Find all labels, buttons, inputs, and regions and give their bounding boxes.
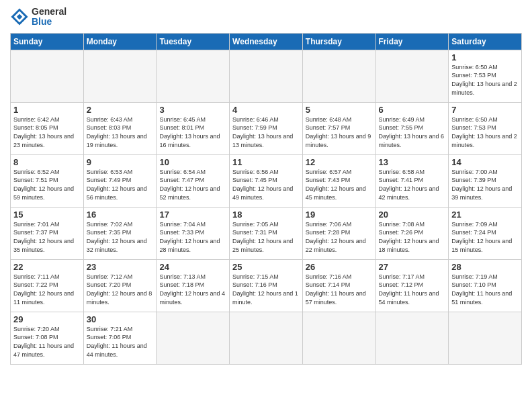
calendar-cell: 20Sunrise: 7:08 AMSunset: 7:26 PMDayligh… xyxy=(375,207,449,259)
col-header-wednesday: Wednesday xyxy=(230,33,303,50)
week-row-0: 1Sunrise: 6:50 AMSunset: 7:53 PMDaylight… xyxy=(11,50,522,102)
col-header-sunday: Sunday xyxy=(11,33,84,50)
logo-icon xyxy=(10,7,29,26)
header: General Blue xyxy=(10,7,522,28)
calendar-cell: 5Sunrise: 6:48 AMSunset: 7:57 PMDaylight… xyxy=(302,102,375,154)
page-container: General Blue SundayMondayTuesdayWednesda… xyxy=(0,0,532,371)
calendar-cell xyxy=(375,312,449,364)
calendar-cell: 12Sunrise: 6:57 AMSunset: 7:43 PMDayligh… xyxy=(302,154,375,207)
calendar-cell: 22Sunrise: 7:11 AMSunset: 7:22 PMDayligh… xyxy=(11,259,84,312)
calendar-cell: 13Sunrise: 6:58 AMSunset: 7:41 PMDayligh… xyxy=(375,154,449,207)
col-header-monday: Monday xyxy=(83,33,157,50)
col-header-tuesday: Tuesday xyxy=(157,33,230,50)
calendar-cell xyxy=(375,50,449,102)
calendar-cell: 19Sunrise: 7:06 AMSunset: 7:28 PMDayligh… xyxy=(302,207,375,259)
calendar-table: SundayMondayTuesdayWednesdayThursdayFrid… xyxy=(10,33,522,365)
calendar-cell: 3Sunrise: 6:45 AMSunset: 8:01 PMDaylight… xyxy=(157,102,230,154)
calendar-cell: 30Sunrise: 7:21 AMSunset: 7:06 PMDayligh… xyxy=(83,312,157,364)
calendar-cell: 1Sunrise: 6:50 AMSunset: 7:53 PMDaylight… xyxy=(449,50,522,102)
calendar-cell: 8Sunrise: 6:52 AMSunset: 7:51 PMDaylight… xyxy=(11,154,84,207)
calendar-cell: 1Sunrise: 6:42 AMSunset: 8:05 PMDaylight… xyxy=(11,102,84,154)
col-header-saturday: Saturday xyxy=(449,33,522,50)
calendar-cell xyxy=(83,50,157,102)
week-row-2: 8Sunrise: 6:52 AMSunset: 7:51 PMDaylight… xyxy=(11,154,522,207)
calendar-cell: 10Sunrise: 6:54 AMSunset: 7:47 PMDayligh… xyxy=(157,154,230,207)
calendar-cell: 4Sunrise: 6:46 AMSunset: 7:59 PMDaylight… xyxy=(230,102,303,154)
calendar-cell xyxy=(157,50,230,102)
calendar-cell: 18Sunrise: 7:05 AMSunset: 7:31 PMDayligh… xyxy=(230,207,303,259)
week-row-1: 1Sunrise: 6:42 AMSunset: 8:05 PMDaylight… xyxy=(11,102,522,154)
week-row-4: 22Sunrise: 7:11 AMSunset: 7:22 PMDayligh… xyxy=(11,259,522,312)
calendar-cell: 24Sunrise: 7:13 AMSunset: 7:18 PMDayligh… xyxy=(157,259,230,312)
col-header-friday: Friday xyxy=(375,33,449,50)
week-row-3: 15Sunrise: 7:01 AMSunset: 7:37 PMDayligh… xyxy=(11,207,522,259)
week-row-5: 29Sunrise: 7:20 AMSunset: 7:08 PMDayligh… xyxy=(11,312,522,364)
logo: General Blue xyxy=(10,7,66,28)
col-header-thursday: Thursday xyxy=(302,33,375,50)
calendar-cell xyxy=(302,312,375,364)
calendar-cell: 15Sunrise: 7:01 AMSunset: 7:37 PMDayligh… xyxy=(11,207,84,259)
calendar-cell: 14Sunrise: 7:00 AMSunset: 7:39 PMDayligh… xyxy=(449,154,522,207)
calendar-cell: 29Sunrise: 7:20 AMSunset: 7:08 PMDayligh… xyxy=(11,312,84,364)
calendar-cell: 28Sunrise: 7:19 AMSunset: 7:10 PMDayligh… xyxy=(449,259,522,312)
calendar-cell: 21Sunrise: 7:09 AMSunset: 7:24 PMDayligh… xyxy=(449,207,522,259)
calendar-cell: 16Sunrise: 7:02 AMSunset: 7:35 PMDayligh… xyxy=(83,207,157,259)
calendar-cell: 25Sunrise: 7:15 AMSunset: 7:16 PMDayligh… xyxy=(230,259,303,312)
calendar-cell xyxy=(449,312,522,364)
calendar-cell: 9Sunrise: 6:53 AMSunset: 7:49 PMDaylight… xyxy=(83,154,157,207)
calendar-cell: 11Sunrise: 6:56 AMSunset: 7:45 PMDayligh… xyxy=(230,154,303,207)
calendar-cell xyxy=(230,50,303,102)
calendar-cell: 2Sunrise: 6:43 AMSunset: 8:03 PMDaylight… xyxy=(83,102,157,154)
calendar-cell xyxy=(11,50,84,102)
calendar-cell: 6Sunrise: 6:49 AMSunset: 7:55 PMDaylight… xyxy=(375,102,449,154)
calendar-cell xyxy=(157,312,230,364)
calendar-cell xyxy=(302,50,375,102)
calendar-cell: 26Sunrise: 7:16 AMSunset: 7:14 PMDayligh… xyxy=(302,259,375,312)
calendar-cell: 23Sunrise: 7:12 AMSunset: 7:20 PMDayligh… xyxy=(83,259,157,312)
calendar-cell: 7Sunrise: 6:50 AMSunset: 7:53 PMDaylight… xyxy=(449,102,522,154)
calendar-cell xyxy=(230,312,303,364)
logo-text: General Blue xyxy=(32,7,66,28)
calendar-cell: 27Sunrise: 7:17 AMSunset: 7:12 PMDayligh… xyxy=(375,259,449,312)
header-row: SundayMondayTuesdayWednesdayThursdayFrid… xyxy=(11,33,522,50)
calendar-cell: 17Sunrise: 7:04 AMSunset: 7:33 PMDayligh… xyxy=(157,207,230,259)
